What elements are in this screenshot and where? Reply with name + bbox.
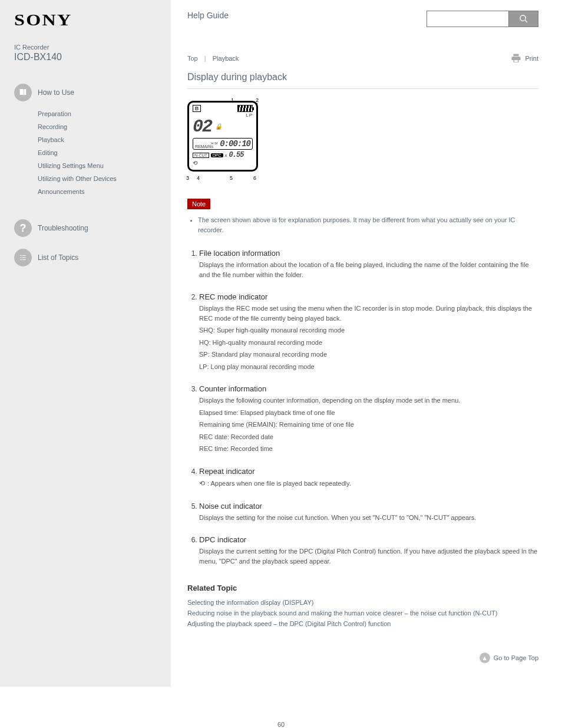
lcd-dpc: DPC xyxy=(211,153,223,157)
item-body-text: Displays the setting for the noise cut f… xyxy=(199,513,538,523)
breadcrumb: Top | Playback xyxy=(187,55,239,62)
print-button[interactable]: Print xyxy=(511,53,538,64)
sidebar-item-preparation[interactable]: Preparation xyxy=(38,107,159,120)
item-body-text: SP: Standard play monaural recording mod… xyxy=(199,350,538,360)
product-device: IC Recorder xyxy=(14,44,159,51)
item-3: Counter information Displays the followi… xyxy=(199,384,538,454)
item-body-text: LP: Long play monaural recording mode xyxy=(199,362,538,372)
item-body-text: REC date: Recorded date xyxy=(199,432,538,442)
sidebar-list-howto: Preparation Recording Playback Editing U… xyxy=(14,107,159,198)
item-body-text: Displays the following counter informati… xyxy=(199,396,538,406)
note-item: The screen shown above is for explanatio… xyxy=(198,214,538,236)
note-list: The screen shown above is for explanatio… xyxy=(187,214,538,236)
item-body-text: Displays the information about the locat… xyxy=(199,260,538,279)
item-head: Counter information xyxy=(199,384,538,393)
lcd-ncut: N-CUT xyxy=(193,153,209,158)
item-body-text: SHQ: Super high-quality monaural recordi… xyxy=(199,325,538,335)
item-body-text: ⟲: Appears when one file is played back … xyxy=(199,478,538,489)
sidebar-group-troubleshooting[interactable]: ? Troubleshooting xyxy=(14,219,159,237)
item-body-text: HQ: High-quality monaural recording mode xyxy=(199,338,538,348)
related-link[interactable]: Reducing noise in the playback sound and… xyxy=(187,608,538,618)
sidebar-title-troubleshooting: Troubleshooting xyxy=(38,224,88,232)
related-topic: Related Topic Selecting the information … xyxy=(187,584,538,629)
item-head: Noise cut indicator xyxy=(199,502,538,510)
sidebar-title-howto: How to Use xyxy=(38,88,74,97)
repeat-icon: ⟲ xyxy=(199,479,205,487)
sidebar-item-settings[interactable]: Utilizing Settings Menu xyxy=(38,159,159,172)
lcd-remain-label: REMAIN xyxy=(195,144,211,149)
item-body-text: Remaining time (REMAIN): Remaining time … xyxy=(199,420,538,430)
search-icon xyxy=(519,14,528,24)
lcd-folder: B xyxy=(193,105,201,112)
sidebar-item-announcements[interactable]: Announcements xyxy=(38,185,159,198)
lcd-speed: 0.55 xyxy=(229,151,244,159)
item-head: REC mode indicator xyxy=(199,292,538,301)
lock-icon: 🔒 xyxy=(215,123,221,130)
go-top-label: Go to Page Top xyxy=(494,654,538,661)
product-model: ICD-BX140 xyxy=(14,52,159,62)
note-badge: Note xyxy=(187,199,210,209)
sidebar-title-topics: List of Topics xyxy=(38,253,78,262)
item-head: Repeat indicator xyxy=(199,467,538,476)
related-title: Related Topic xyxy=(187,584,538,592)
guide-title: Help Guide xyxy=(187,11,229,20)
item-body-text: REC time: Recorded time xyxy=(199,444,538,454)
list-icon xyxy=(14,249,32,266)
items-list: File location information Displays the i… xyxy=(187,249,538,566)
sidebar-item-other-devices[interactable]: Utilizing with Other Devices xyxy=(38,172,159,185)
product-block: IC Recorder ICD-BX140 xyxy=(14,44,159,62)
page-number: 60 xyxy=(0,687,562,728)
lcd-remain-time: 0:00:10 xyxy=(220,139,250,149)
item-4: Repeat indicator ⟲: Appears when one fil… xyxy=(199,467,538,489)
breadcrumb-separator: | xyxy=(204,55,206,62)
callout-4: 4 xyxy=(197,175,200,181)
main-content: Help Guide Top | Playback Print Display … xyxy=(171,0,562,687)
item-5: Noise cut indicator Displays the setting… xyxy=(199,502,538,523)
item-6: DPC indicator Displays the current setti… xyxy=(199,535,538,566)
callout-5: 5 xyxy=(230,175,233,181)
item-1: File location information Displays the i… xyxy=(199,249,538,279)
item-head: DPC indicator xyxy=(199,535,538,544)
related-link[interactable]: Selecting the information display (DISPL… xyxy=(187,597,538,608)
search-bar xyxy=(427,11,538,27)
search-input[interactable] xyxy=(427,11,509,27)
callout-3: 3 xyxy=(186,175,189,181)
loop-icon: ⟲ xyxy=(193,160,253,166)
sidebar-item-editing[interactable]: Editing xyxy=(38,146,159,159)
page-title: Display during playback xyxy=(187,72,538,89)
print-icon xyxy=(511,53,521,64)
breadcrumb-playback[interactable]: Playback xyxy=(213,55,239,62)
arrow-up-icon: ▲ xyxy=(480,653,490,663)
sidebar: SONY IC Recorder ICD-BX140 How to Use Pr… xyxy=(0,0,171,687)
related-link[interactable]: Adjusting the playback speed – the DPC (… xyxy=(187,618,538,629)
battery-icon xyxy=(237,105,253,112)
question-icon: ? xyxy=(14,219,32,237)
sidebar-item-playback[interactable]: Playback xyxy=(38,133,159,146)
sidebar-group-howto: How to Use Preparation Recording Playbac… xyxy=(14,84,159,198)
lcd-figure: 1 2 B LP 02 🔒 REMAIN H M S 0:00:10 xyxy=(187,101,264,182)
callout-6: 6 xyxy=(253,175,256,181)
lcd-hms: H M S xyxy=(211,141,220,149)
item-body-text: Displays the REC mode set using the menu… xyxy=(199,304,538,323)
print-label: Print xyxy=(525,55,538,62)
lcd-file-number: 02 xyxy=(193,117,211,137)
search-button[interactable] xyxy=(509,11,538,27)
sidebar-item-recording[interactable]: Recording xyxy=(38,120,159,133)
go-top-button[interactable]: ▲ Go to Page Top xyxy=(187,653,538,663)
item-body-text: Displays the current setting for the DPC… xyxy=(199,546,538,566)
item-2: REC mode indicator Displays the REC mode… xyxy=(199,292,538,371)
brand-logo: SONY xyxy=(14,11,181,29)
book-icon xyxy=(14,84,32,101)
item-body-text: Elapsed time: Elapsed playback time of o… xyxy=(199,408,538,418)
breadcrumb-top[interactable]: Top xyxy=(187,55,198,62)
item-head: File location information xyxy=(199,249,538,258)
sidebar-group-topics[interactable]: List of Topics xyxy=(14,249,159,266)
